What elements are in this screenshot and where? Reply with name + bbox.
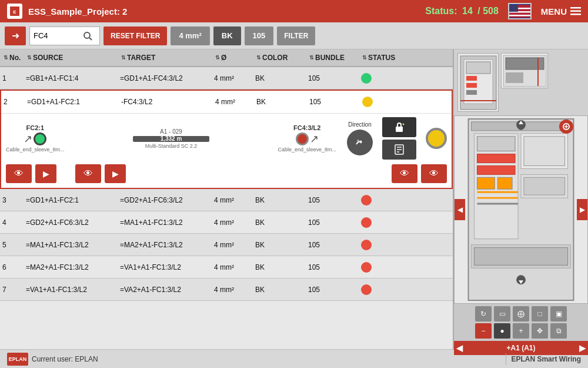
footer-next-button[interactable]: ▶ [579, 343, 586, 353]
svg-rect-25 [466, 62, 490, 74]
lock-button[interactable] [382, 117, 416, 137]
size-filter-tag[interactable]: 4 mm² [171, 26, 209, 45]
target-detail: FC4:3/L2 ↗ Cable_end_sleeve_8m... [278, 124, 336, 152]
menu-button[interactable]: MENU [541, 6, 581, 16]
col-size[interactable]: ⇅Ø [213, 54, 254, 62]
table-row[interactable]: 7 =VA1+A1-FC1:3/L2 =VA2+A1-FC1:3/L2 4 mm… [0, 279, 453, 301]
wire-detail: A1 - 029 1,332 m Multi-Standard SC 2.2 [71, 128, 272, 149]
cabinet-thumbnail[interactable] [457, 53, 499, 112]
status-count: 14 [462, 6, 473, 16]
rt-expand-button[interactable]: ⧉ [550, 323, 567, 339]
status-label: Status: [425, 6, 457, 16]
svg-rect-42 [497, 177, 512, 189]
rt-dot-button[interactable]: ● [494, 323, 510, 339]
svg-rect-41 [477, 177, 495, 189]
col-no[interactable]: ⇅No. [1, 54, 25, 62]
side-panels [501, 53, 548, 112]
rt-copy-button[interactable]: ▣ [550, 306, 567, 321]
col-target[interactable]: ⇅TARGET [119, 54, 213, 62]
nav-left-button[interactable]: ◀ [455, 199, 465, 220]
svg-rect-28 [466, 90, 477, 95]
table-row[interactable]: 3 =GD1+A1-FC2:1 =GD2+A1-FC6:3/L2 4 mm² B… [0, 189, 453, 211]
rt-minus-button[interactable]: − [475, 323, 492, 339]
col-source[interactable]: ⇅SOURCE [25, 54, 119, 62]
panel-thumbnail-1[interactable] [501, 53, 548, 88]
svg-rect-11 [570, 7, 581, 9]
search-icon[interactable] [83, 31, 92, 41]
table-row[interactable]: 4 =GD2+A1-FC6:3/L2 =MA1+A1-FC1:3/L2 4 mm… [0, 211, 453, 234]
table-row[interactable]: 6 =MA2+A1-FC1:3/L2 =VA1+A1-FC1:3/L2 4 mm… [0, 256, 453, 279]
table-row[interactable]: 5 =MA1+A1-FC1:3/L2 =MA2+A1-FC1:3/L2 4 mm… [0, 234, 453, 256]
cell-status [359, 73, 406, 84]
source-arrow: ↗ [24, 132, 32, 145]
eye-button-1[interactable]: 👁 [6, 164, 32, 183]
bottom-right: EPLAN Smart Wiring [506, 353, 581, 365]
navigate-button[interactable]: ➜ [5, 26, 26, 45]
eye-button-3[interactable]: 👁 [392, 164, 417, 183]
rt-rotate-button[interactable]: ↻ [475, 306, 492, 321]
rt-grid-button[interactable]: ⨁ [513, 306, 529, 321]
cabinet-svg [455, 116, 587, 303]
target-arrow: ↗ [310, 132, 319, 145]
table-header: ⇅No. ⇅SOURCE ⇅TARGET ⇅Ø ⇅COLOR ⇅BUNDLE ⇅… [0, 49, 453, 67]
play-button-2[interactable]: ▶ [105, 164, 126, 183]
status-display: Status: 14 / 508 [425, 6, 499, 16]
source-detail: FC2:1 ↗ Cable_end_sleeve_8m... [6, 124, 65, 152]
cell-size: 4 mm² [213, 98, 254, 106]
table-panel: ⇅No. ⇅SOURCE ⇅TARGET ⇅Ø ⇅COLOR ⇅BUNDLE ⇅… [0, 49, 453, 349]
cell-color: BK [254, 98, 307, 106]
doc-button[interactable] [382, 140, 416, 160]
svg-rect-18 [396, 127, 403, 132]
filter-button[interactable]: FILTER [277, 26, 315, 45]
source-label: FC2:1 [26, 124, 45, 131]
bundle-filter-tag[interactable]: 105 [245, 26, 274, 45]
col-color[interactable]: ⇅COLOR [254, 54, 307, 62]
reset-filter-button[interactable]: RESET FILTER [103, 26, 167, 45]
rt-move-button[interactable]: ✥ [532, 323, 548, 339]
svg-point-16 [354, 137, 366, 148]
status-separator: / [477, 6, 483, 16]
cell-bundle: 105 [307, 98, 360, 106]
float-button[interactable] [559, 120, 573, 134]
direction-icon[interactable] [347, 130, 373, 155]
language-flag[interactable] [508, 3, 532, 19]
main-area: ⇅No. ⇅SOURCE ⇅TARGET ⇅Ø ⇅COLOR ⇅BUNDLE ⇅… [0, 49, 588, 349]
svg-rect-10 [509, 5, 518, 12]
nav-right-button[interactable]: ▶ [577, 199, 587, 220]
cell-status [360, 97, 407, 107]
svg-rect-13 [570, 14, 581, 15]
target-wire: ↗ [296, 132, 319, 145]
direction-label: Direction [348, 121, 371, 128]
status-circle-yellow [426, 128, 447, 149]
table-row-expanded[interactable]: 2 =GD1+A1-FC2:1 -FC4:3/L2 4 mm² BK 105 [1, 91, 452, 113]
cell-source: =GB1+A1-FC1:4 [24, 74, 118, 82]
row-detail: FC2:1 ↗ Cable_end_sleeve_8m... A1 - 029 … [1, 113, 452, 188]
direction-area: Direction [347, 121, 373, 155]
search-input[interactable] [34, 31, 81, 40]
eye-button-2[interactable]: 👁 [75, 164, 101, 183]
svg-text:E: E [13, 9, 16, 15]
color-filter-tag[interactable]: BK [213, 26, 241, 45]
header: E ESS_Sample_Project: 2 Status: 14 / 508… [0, 0, 588, 22]
svg-rect-7 [509, 13, 530, 15]
footer-prev-button[interactable]: ◀ [456, 343, 463, 353]
col-status[interactable]: ⇅STATUS [360, 54, 407, 62]
rt-plus-button[interactable]: + [513, 323, 529, 339]
col-bundle[interactable]: ⇅BUNDLE [307, 54, 360, 62]
wire-sublabel: Multi-Standard SC 2.2 [145, 143, 198, 149]
svg-rect-40 [477, 165, 515, 174]
search-box [29, 26, 100, 45]
rt-panel-button[interactable]: ▭ [494, 306, 510, 321]
source-wire: ↗ [24, 132, 46, 145]
toolbar: ➜ RESET FILTER 4 mm² BK 105 FILTER [0, 22, 588, 49]
target-connector [296, 132, 309, 145]
table-row[interactable]: 1 =GB1+A1-FC1:4 =GD1+A1-FC4:3/L2 4 mm² B… [0, 67, 453, 89]
source-connector [34, 132, 46, 145]
app-logo: E [7, 4, 22, 19]
eye-button-4[interactable]: 👁 [421, 164, 447, 183]
svg-rect-51 [475, 248, 568, 266]
rt-square-button[interactable]: □ [532, 306, 548, 321]
svg-rect-38 [477, 137, 515, 151]
cell-size: 4 mm² [212, 74, 253, 82]
play-button-1[interactable]: ▶ [35, 164, 56, 183]
